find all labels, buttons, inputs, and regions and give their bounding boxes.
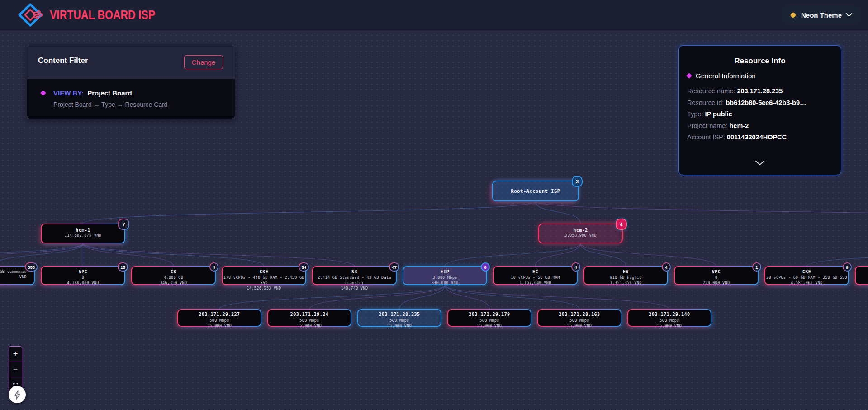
node-project-hcm-1[interactable]: 7 hcm-1 114,682,875 VND [41, 224, 125, 243]
card-spec: 500 Mbps [358, 318, 441, 323]
type-card-partial-right[interactable] [855, 266, 868, 285]
zoom-in-button[interactable]: + [9, 347, 22, 362]
card-cost: 4,180,000 VND [42, 280, 124, 286]
card-spec: 178 vCPUs - 440 GB RAM - 2,450 GB SSD [223, 275, 305, 286]
field-project-name: Project name: hcm-2 [687, 120, 835, 132]
card-title: EC [494, 269, 577, 275]
field-account-isp: Account ISP: 0011432024HOPCC [687, 132, 835, 143]
card-cost: 1,157,640 VND [494, 280, 577, 286]
resource-info-fields: Resource name: 203.171.28.235 Resource i… [687, 86, 835, 143]
node-cost: 114,682,875 VND [42, 233, 124, 238]
node-cost: 3,058,990 VND [539, 233, 622, 238]
type-card-cb[interactable]: 4 CB 4,000 GB 346,350 VND [131, 266, 216, 285]
card-spec: 500 Mbps [448, 318, 531, 323]
card-cost: 55,000 VND [268, 323, 351, 329]
field-resource-name: Resource name: 203.171.28.235 [687, 86, 835, 97]
count-badge: 4 [571, 262, 580, 272]
type-card-ec[interactable]: 4 EC 18 vCPUs - 56 GB RAM 1,157,640 VND [493, 266, 578, 285]
card-cost: 330,000 VND [403, 280, 486, 286]
card-spec: 4,000 GB [132, 275, 215, 280]
count-badge: 3 [572, 176, 583, 187]
card-title: 203.171.29.140 [628, 311, 711, 318]
card-title: 203.171.29.24 [268, 311, 351, 318]
content-filter-body: VIEW BY: Project Board Project Board → T… [27, 79, 235, 119]
card-spec: 500 Mbps [538, 318, 621, 323]
count-badge: 54 [299, 262, 309, 272]
count-badge: 1 [752, 262, 761, 272]
card-cost: 14,526,253 VND [223, 286, 305, 291]
type-card-vpc-2[interactable]: 1 VPC 0 220,000 VND [674, 266, 759, 285]
card-cost: 346,350 VND [132, 280, 215, 286]
card-title: VPC [42, 269, 124, 275]
node-project-hcm-2[interactable]: 4 hcm-2 3,058,990 VND [538, 224, 623, 243]
content-filter-panel: Content Filter Change VIEW BY: Project B… [27, 45, 235, 119]
card-spec: 500 Mbps [268, 318, 351, 323]
card-title: EIP [403, 269, 486, 275]
card-title: 203.171.29.227 [178, 311, 261, 318]
type-card-eip-selected[interactable]: 6 EIP 3,000 Mbps 330,000 VND [403, 266, 487, 285]
chevron-down-icon [846, 13, 852, 17]
node-root-account[interactable]: 3 Root-Account ISP [492, 181, 579, 201]
card-cost: 4,581,062 VND [765, 280, 848, 286]
card-title: EV [584, 269, 667, 275]
node-title: hcm-1 [42, 228, 124, 233]
type-card-s3[interactable]: 47 S3 2,414 GB Standard - 43 GB Data Tra… [312, 266, 397, 285]
attribution-button[interactable] [9, 386, 26, 403]
ip-card-203-171-28-235-selected[interactable]: 203.171.28.235 500 Mbps 55,000 VND [357, 309, 441, 327]
card-cost: VND [0, 274, 34, 280]
type-card-partial-left[interactable]: 358 8 GB commonio VND [0, 266, 35, 285]
card-title: 203.171.28.235 [358, 311, 441, 318]
card-spec: 0 [42, 275, 124, 280]
ip-card-203-171-29-140[interactable]: 203.171.29.140 500 Mbps 55,000 VND [627, 309, 711, 327]
card-spec: 28 vCPUs - 60 GB RAM - 350 GB SSD [765, 275, 848, 280]
lightning-icon [13, 390, 22, 400]
card-spec: 3,000 Mbps [403, 275, 486, 280]
ip-card-203-171-29-179[interactable]: 203.171.29.179 500 Mbps 55,000 VND [447, 309, 531, 327]
card-cost: 1,351,350 VND [584, 280, 667, 286]
card-cost: 55,000 VND [538, 323, 621, 329]
sparkle-icon [789, 11, 797, 19]
content-filter-title: Content Filter [38, 56, 88, 65]
count-badge: 4 [209, 262, 218, 272]
count-badge: 6 [481, 262, 490, 272]
ip-card-203-171-29-227[interactable]: 203.171.29.227 500 Mbps 55,000 VND [177, 309, 261, 327]
field-resource-id: Resource id: bb612b80-5ee6-42b3-b9… [687, 97, 835, 109]
type-card-cke-1[interactable]: 54 CKE 178 vCPUs - 440 GB RAM - 2,450 GB… [222, 266, 306, 285]
theme-selector-button[interactable]: Neon Theme [782, 6, 859, 24]
theme-selector-label: Neon Theme [801, 11, 842, 19]
expand-chevron-icon[interactable] [755, 159, 765, 167]
logo-icon [17, 3, 43, 27]
card-title: CB [132, 269, 215, 275]
card-spec: 500 Mbps [628, 318, 711, 323]
node-title: hcm-2 [539, 228, 622, 233]
app-header: VIRTUAL BOARD ISP Neon Theme [0, 0, 868, 30]
card-title: VPC [675, 269, 758, 275]
change-filter-button[interactable]: Change [184, 55, 223, 69]
card-title: CKE [765, 269, 848, 275]
view-by-label: VIEW BY: [53, 89, 84, 97]
count-badge: 4 [662, 262, 671, 272]
card-cost: 55,000 VND [448, 323, 531, 329]
card-cost: 55,000 VND [628, 323, 711, 329]
brand: VIRTUAL BOARD ISP [17, 3, 178, 27]
field-type: Type: IP public [687, 109, 835, 120]
diamond-bullet-icon [686, 73, 692, 79]
card-cost: 220,000 VND [675, 280, 758, 286]
count-badge: 9 [843, 262, 852, 272]
diamond-bullet-icon [40, 90, 46, 96]
card-spec: 2,414 GB Standard - 43 GB Data Transfer [313, 275, 396, 286]
type-card-ev[interactable]: 4 EV 910 GB highio 1,351,350 VND [583, 266, 668, 285]
card-title: CKE [223, 269, 305, 275]
zoom-out-button[interactable]: − [9, 362, 22, 377]
card-cost: 55,000 VND [178, 323, 261, 329]
count-badge: 15 [118, 262, 128, 272]
card-title: S3 [313, 269, 396, 275]
node-title: Root-Account ISP [511, 188, 560, 194]
card-title: 203.171.28.163 [538, 311, 621, 318]
hierarchy-path: Project Board → Type → Resource Card [53, 101, 168, 108]
ip-card-203-171-28-163[interactable]: 203.171.28.163 500 Mbps 55,000 VND [537, 309, 621, 327]
card-spec: 500 Mbps [178, 318, 261, 323]
type-card-cke-2[interactable]: 9 CKE 28 vCPUs - 60 GB RAM - 350 GB SSD … [764, 266, 849, 285]
type-card-vpc-1[interactable]: 15 VPC 0 4,180,000 VND [41, 266, 125, 285]
ip-card-203-171-29-24[interactable]: 203.171.29.24 500 Mbps 55,000 VND [267, 309, 351, 327]
